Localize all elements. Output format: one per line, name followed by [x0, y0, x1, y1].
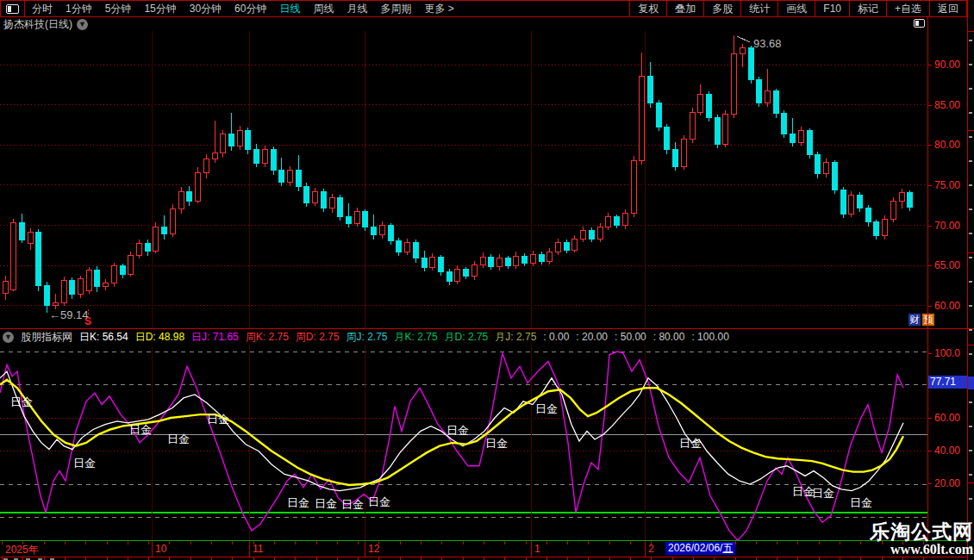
toolbar-button[interactable]: +自选 — [886, 1, 929, 16]
toolbar-button[interactable]: 返回 — [929, 1, 967, 16]
kdj-indicator-chart[interactable]: 日金日金日金日金日金日金日金日金日金日金日金日金日金日金日金日金 — [0, 345, 927, 540]
indicator-value: 月D: 2.75 — [445, 330, 489, 344]
toolbar-button[interactable]: 画线 — [777, 1, 815, 16]
year-label: 2025年 — [5, 543, 39, 557]
month-gridline — [152, 541, 153, 557]
period-button[interactable]: 日线 — [279, 2, 300, 16]
watermark-name: 乐淘公式网 — [870, 522, 973, 543]
period-button[interactable]: 多周期 — [380, 2, 411, 16]
week-tick — [358, 541, 359, 544]
strip-mark — [969, 353, 972, 355]
strip-mark — [969, 40, 972, 41]
week-tick — [85, 541, 86, 544]
week-tick — [337, 541, 338, 544]
stock-app-window: 分时1分钟5分钟15分钟30分钟60分钟日线周线月线多周期更多 > 复权叠加多股… — [0, 0, 974, 560]
indicator-header: ▼ 股朋指标网 日K: 56.54日D: 48.98日J: 71.65周K: 2… — [0, 330, 930, 344]
month-gridline — [531, 541, 532, 557]
watermark: 乐淘公式网 www.60lt.com — [870, 522, 973, 557]
candlestick-chart[interactable]: ←59.1493.68S — [0, 31, 927, 328]
toolbar-button[interactable]: 复权 — [629, 1, 666, 16]
strip-mark — [969, 184, 972, 186]
week-tick — [378, 541, 379, 544]
strip-mark — [969, 136, 972, 138]
period-button[interactable]: 15分钟 — [144, 2, 176, 16]
page-title: 扬杰科技(日线) — [3, 17, 72, 32]
toolbar-button[interactable]: 多股 — [703, 1, 740, 16]
month-label: 10 — [155, 543, 166, 555]
week-tick — [421, 541, 421, 544]
split-layout-button[interactable] — [0, 1, 25, 16]
golden-cross-label: 日金 — [129, 423, 152, 436]
period-button[interactable]: 分时 — [32, 2, 53, 16]
indicator-axis-label: 60.00 — [934, 412, 960, 424]
period-list: 分时1分钟5分钟15分钟30分钟60分钟日线周线月线多周期更多 > — [25, 2, 454, 16]
week-tick — [211, 541, 212, 544]
golden-cross-label: 日金 — [207, 413, 229, 426]
mini-layout-button[interactable] — [914, 19, 925, 28]
week-tick — [2, 541, 3, 544]
week-tick — [588, 541, 589, 544]
week-tick — [190, 541, 191, 544]
info-badge[interactable]: 预 — [922, 314, 934, 326]
layout-icon — [6, 4, 19, 14]
axis-tick — [927, 483, 932, 484]
week-tick — [232, 541, 233, 544]
cursor-date-text: 2026/02/06/ — [668, 542, 722, 554]
collapsed-side-strip[interactable] — [968, 0, 974, 560]
indicator-value: 月K: 2.75 — [395, 330, 438, 344]
indicator-value: 日D: 48.98 — [135, 330, 184, 344]
chart-annotation: 93.68 — [753, 37, 782, 50]
week-tick — [609, 541, 610, 544]
strip-divider — [968, 482, 974, 483]
price-axis-label: 90.00 — [934, 59, 960, 71]
golden-cross-label: 日金 — [485, 437, 508, 450]
golden-cross-label: 日金 — [287, 496, 309, 509]
golden-cross-label: 日金 — [368, 495, 390, 508]
week-tick — [504, 541, 505, 544]
toolbar-button[interactable]: F10 — [815, 1, 849, 16]
indicator-value: 周J: 2.75 — [347, 330, 388, 344]
indicator-ref-value: : 100.00 — [691, 331, 728, 343]
week-tick — [128, 541, 128, 544]
toolbar-button[interactable]: 统计 — [740, 1, 777, 16]
week-tick — [819, 541, 820, 544]
strip-badge-mark — [968, 376, 974, 389]
period-button[interactable]: 月线 — [347, 2, 367, 16]
chevron-down-icon[interactable]: ▼ — [3, 332, 14, 343]
period-button[interactable]: 周线 — [313, 2, 334, 16]
plot-right-border — [927, 17, 928, 540]
golden-cross-label: 日金 — [73, 457, 96, 470]
week-tick — [484, 541, 484, 544]
toolbar-button[interactable]: 叠加 — [666, 1, 703, 16]
toolbar-button[interactable]: 标记 — [849, 1, 886, 16]
week-tick — [860, 541, 861, 544]
price-axis-label: 80.00 — [934, 139, 960, 151]
strip-mark — [969, 112, 972, 114]
panel-divider — [0, 328, 967, 329]
strip-mark — [969, 160, 972, 162]
axis-tick — [927, 451, 932, 451]
info-badge[interactable]: 财 — [908, 314, 921, 326]
axis-tick — [927, 418, 932, 419]
month-gridline — [249, 541, 250, 557]
week-tick — [274, 541, 275, 544]
golden-cross-label: 日金 — [10, 395, 33, 408]
indicator-value: 周K: 2.75 — [246, 330, 289, 344]
week-tick — [316, 541, 317, 544]
strip-mark — [969, 450, 972, 451]
period-button[interactable]: 更多 > — [424, 2, 453, 16]
period-button[interactable]: 60分钟 — [234, 2, 266, 16]
period-button[interactable]: 5分钟 — [105, 2, 132, 16]
month-label: 12 — [368, 543, 379, 555]
chart-annotation: ←59.14 — [49, 308, 89, 321]
current-value-badge: 77.71 — [928, 376, 967, 389]
strip-mark — [969, 64, 972, 65]
week-tick — [107, 541, 108, 544]
price-axis-label: 75.00 — [934, 179, 960, 191]
week-tick — [651, 541, 652, 544]
period-button[interactable]: 30分钟 — [190, 2, 222, 16]
indicator-name: 股朋指标网 — [21, 330, 72, 344]
period-button[interactable]: 1分钟 — [66, 2, 92, 16]
chevron-down-icon[interactable]: ▼ — [77, 19, 88, 30]
strip-divider — [968, 130, 974, 131]
